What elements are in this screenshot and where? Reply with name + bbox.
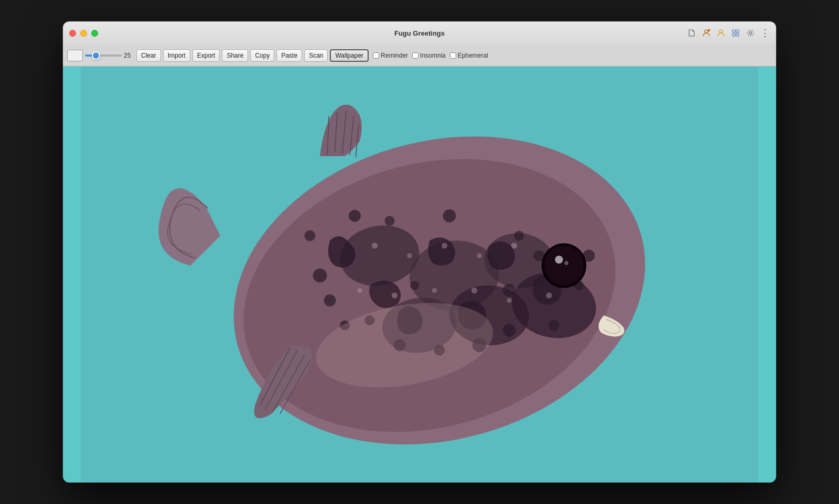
fish-canvas (63, 67, 776, 483)
titlebar-right-icons: ★ (687, 28, 770, 38)
scan-button[interactable]: Scan (304, 49, 328, 62)
svg-point-28 (443, 210, 456, 223)
svg-point-30 (514, 231, 524, 240)
svg-point-44 (544, 246, 584, 286)
ellipsis-icon[interactable]: ⋮ (760, 28, 770, 38)
svg-point-23 (349, 210, 361, 222)
svg-rect-4 (733, 30, 735, 32)
close-button[interactable] (69, 30, 76, 37)
svg-point-24 (385, 216, 395, 226)
insomnia-checkbox-label[interactable]: Insomnia (412, 52, 446, 59)
window-title: Fugu Greetings (394, 29, 445, 37)
toolbar: 25 Clear Import Export Share Copy Paste … (63, 45, 776, 67)
svg-point-54 (392, 292, 397, 298)
puzzle-icon[interactable] (731, 28, 740, 38)
svg-point-45 (555, 256, 563, 264)
person-tag-icon[interactable]: ★ (702, 28, 711, 38)
svg-point-50 (442, 243, 447, 248)
svg-point-49 (407, 253, 412, 258)
svg-text:★: ★ (708, 30, 710, 32)
insomnia-label: Insomnia (420, 52, 446, 59)
fish-illustration (63, 67, 776, 483)
svg-point-37 (324, 294, 336, 306)
color-swatch[interactable] (67, 50, 83, 61)
ephemeral-checkbox[interactable] (450, 52, 456, 59)
size-value: 25 (124, 52, 134, 59)
checkbox-group: Reminder Insomnia Ephemeral (373, 52, 488, 59)
svg-point-35 (503, 324, 516, 337)
svg-point-53 (357, 288, 362, 293)
reminder-label: Reminder (381, 52, 408, 59)
document-icon[interactable] (687, 28, 696, 38)
svg-point-8 (749, 32, 752, 35)
paste-button[interactable]: Paste (276, 49, 302, 62)
ephemeral-label: Ephemeral (458, 52, 488, 59)
copy-button[interactable]: Copy (250, 49, 274, 62)
gear-icon[interactable] (746, 28, 755, 38)
reminder-checkbox-label[interactable]: Reminder (373, 52, 408, 59)
svg-point-57 (507, 298, 511, 303)
share-button[interactable]: Share (222, 49, 248, 62)
svg-point-25 (313, 269, 327, 283)
svg-point-40 (305, 230, 316, 241)
svg-rect-5 (736, 30, 739, 32)
size-slider-container: 25 (85, 52, 134, 59)
canvas-area[interactable] (63, 67, 776, 483)
svg-point-3 (719, 30, 723, 33)
maximize-button[interactable] (91, 30, 98, 37)
svg-point-46 (564, 261, 568, 265)
insomnia-checkbox[interactable] (412, 52, 418, 59)
reminder-checkbox[interactable] (373, 52, 379, 59)
svg-point-0 (705, 30, 708, 33)
svg-point-51 (477, 253, 481, 258)
traffic-lights (69, 30, 98, 37)
titlebar: Fugu Greetings ★ (63, 21, 776, 45)
svg-point-29 (410, 281, 419, 290)
svg-point-52 (511, 243, 517, 248)
person-icon[interactable] (716, 28, 726, 38)
minimize-button[interactable] (80, 30, 87, 37)
ephemeral-checkbox-label[interactable]: Ephemeral (450, 52, 488, 59)
size-slider[interactable] (85, 54, 122, 57)
svg-point-58 (546, 292, 552, 298)
svg-point-55 (432, 288, 437, 293)
import-button[interactable]: Import (163, 49, 190, 62)
wallpaper-button[interactable]: Wallpaper (330, 49, 369, 62)
svg-rect-6 (733, 34, 735, 36)
export-button[interactable]: Export (192, 49, 220, 62)
svg-point-36 (548, 320, 560, 331)
svg-rect-7 (736, 34, 739, 36)
clear-button[interactable]: Clear (136, 49, 161, 62)
svg-point-26 (503, 284, 516, 297)
svg-point-48 (372, 243, 378, 248)
app-window: Fugu Greetings ★ (63, 21, 776, 483)
svg-point-56 (471, 288, 477, 293)
